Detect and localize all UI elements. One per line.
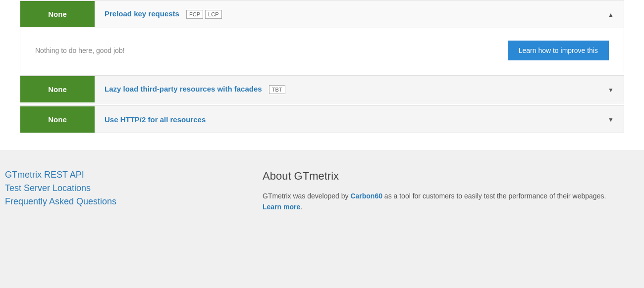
- audit-title-http2: Use HTTP/2 for all resources: [95, 106, 598, 133]
- about-text-between: as a tool for customers to easily test t…: [382, 192, 606, 200]
- audit-tags-preload: FCP LCP: [186, 10, 221, 19]
- tag-lcp: LCP: [205, 10, 221, 19]
- chevron-down-icon-facades[interactable]: [598, 76, 624, 103]
- audit-row-header-preload: None Preload key requests FCP LCP: [20, 0, 624, 28]
- chevron-up-icon[interactable]: [598, 1, 624, 28]
- about-link-carbon60[interactable]: Carbon60: [350, 192, 382, 200]
- audit-body-preload: Nothing to do here, good job! Learn how …: [20, 28, 624, 73]
- audit-badge-facades: None: [20, 76, 95, 102]
- audit-row-facades: None Lazy load third-party resources wit…: [20, 75, 624, 103]
- about-text-before: GTmetrix was developed by: [263, 192, 350, 200]
- audit-title-facades: Lazy load third-party resources with fac…: [95, 76, 598, 103]
- footer-link-locations[interactable]: Test Server Locations: [5, 183, 213, 193]
- audit-row-header-facades: None Lazy load third-party resources wit…: [20, 76, 624, 103]
- audit-badge-http2: None: [20, 106, 95, 133]
- footer: GTmetrix REST API Test Server Locations …: [0, 150, 644, 233]
- about-link-learn-more[interactable]: Learn more: [263, 203, 300, 211]
- chevron-down-icon-http2[interactable]: [598, 106, 624, 133]
- footer-about: About GTmetrix GTmetrix was developed by…: [213, 170, 624, 213]
- audit-badge-preload: None: [20, 1, 95, 27]
- footer-link-faq[interactable]: Frequently Asked Questions: [5, 196, 213, 207]
- audit-tags-facades: TBT: [269, 85, 285, 94]
- audit-row-header-http2: None Use HTTP/2 for all resources: [20, 106, 624, 133]
- audit-list: None Preload key requests FCP LCP Nothin…: [0, 0, 644, 150]
- audit-row-preload: None Preload key requests FCP LCP Nothin…: [20, 0, 624, 73]
- about-title: About GTmetrix: [263, 170, 624, 183]
- footer-link-api[interactable]: GTmetrix REST API: [5, 170, 213, 180]
- audit-body-text-preload: Nothing to do here, good job!: [35, 47, 125, 54]
- audit-row-http2: None Use HTTP/2 for all resources: [20, 105, 624, 133]
- about-text-after: .: [300, 203, 302, 211]
- tag-tbt: TBT: [269, 85, 285, 94]
- audit-title-preload: Preload key requests FCP LCP: [95, 0, 598, 28]
- about-text: GTmetrix was developed by Carbon60 as a …: [263, 191, 624, 213]
- footer-links: GTmetrix REST API Test Server Locations …: [5, 170, 213, 213]
- tag-fcp: FCP: [186, 10, 203, 19]
- learn-btn-preload[interactable]: Learn how to improve this: [508, 41, 609, 60]
